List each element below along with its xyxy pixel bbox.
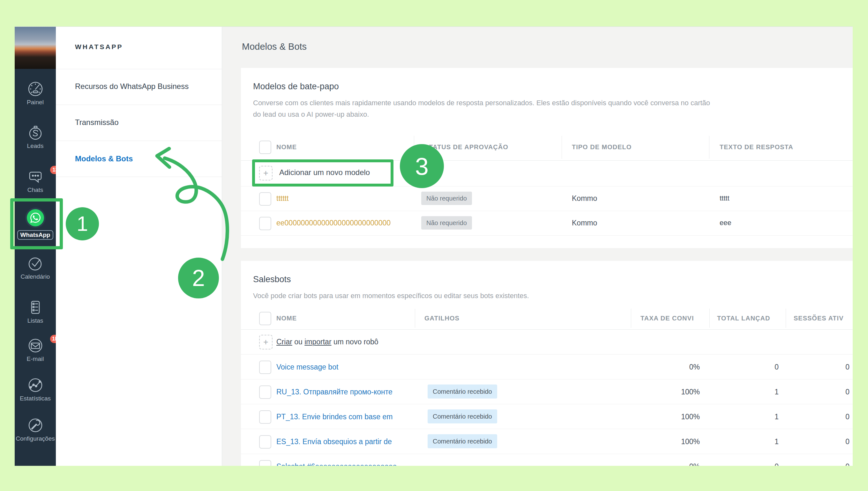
total-launched: 0 <box>709 462 779 466</box>
salesbot-row[interactable]: RU_13. Отправляйте промо-конте Comentári… <box>241 379 853 404</box>
column-header-total-lancado: TOTAL LANÇAD <box>717 315 770 322</box>
total-launched: 1 <box>709 388 779 396</box>
salesbot-row[interactable]: PT_13. Envie brindes com base em Comentá… <box>241 404 853 429</box>
create-bot-text: um novo robô <box>331 338 378 346</box>
lists-clipboard-icon <box>27 299 44 316</box>
template-response: eee <box>720 219 731 227</box>
template-row[interactable]: ee00000000000000000000000000 Não requeri… <box>241 211 853 236</box>
column-header-texto: TEXTO DE RESPOSTA <box>720 143 793 151</box>
active-sessions: 0 <box>786 462 849 466</box>
step-3-marker: 3 <box>400 144 444 188</box>
salesbots-card-description: Você pode criar bots para usar em moment… <box>253 292 529 300</box>
salesbot-name[interactable]: ES_13. Envía obsequios a partir de <box>276 437 415 446</box>
leads-money-icon <box>27 124 44 141</box>
template-name[interactable]: tttttt <box>276 194 289 203</box>
total-launched: 0 <box>709 363 779 371</box>
sidebar-item-chats[interactable]: 13 Chats <box>15 168 56 194</box>
row-checkbox[interactable] <box>259 460 271 466</box>
sidebar-item-email[interactable]: 1K E-mail <box>15 337 56 363</box>
trigger-badge: Comentário recebido <box>428 384 497 399</box>
template-type: Kommo <box>572 219 597 227</box>
sidebar-item-calendario[interactable]: Calendário <box>15 255 56 280</box>
select-all-checkbox[interactable] <box>259 141 271 154</box>
row-checkbox[interactable] <box>259 410 271 424</box>
template-row[interactable]: tttttt Não requerido Kommo ttttt <box>241 186 853 211</box>
column-header-tipo: TIPO DE MODELO <box>572 143 631 151</box>
salesbots-table-header: NOME GATILHOS TAXA DE CONVI TOTAL LANÇAD… <box>241 307 853 330</box>
menu-item-modelos-bots[interactable]: Modelos & Bots <box>75 154 133 163</box>
select-all-checkbox[interactable] <box>259 312 271 325</box>
column-divider <box>786 309 786 328</box>
templates-card-description: do lead ou usa o AI power-up abaixo. <box>253 110 369 119</box>
account-avatar[interactable] <box>15 27 56 69</box>
row-checkbox[interactable] <box>259 192 271 206</box>
step-2-marker: 2 <box>178 258 219 298</box>
create-bot-row[interactable]: + Criar ou importar um novo robô <box>241 329 853 354</box>
row-checkbox[interactable] <box>259 385 271 399</box>
menu-item-recursos[interactable]: Recursos do WhatsApp Business <box>75 82 189 91</box>
import-bot-link[interactable]: importar <box>304 338 331 346</box>
plus-icon: + <box>259 335 273 349</box>
row-checkbox[interactable] <box>259 435 271 449</box>
chats-bubble-icon: 13 <box>27 168 44 185</box>
menu-item-transmissao[interactable]: Transmissão <box>75 118 118 127</box>
active-sessions: 0 <box>786 388 849 396</box>
create-bot-text: ou <box>292 338 304 346</box>
create-bot-link[interactable]: Criar <box>276 338 292 346</box>
templates-card-description: Converse com os clientes mais rapidament… <box>253 99 710 107</box>
conversion-rate: 0% <box>631 462 700 466</box>
step-1-marker: 1 <box>66 207 99 240</box>
divider <box>56 177 222 177</box>
sidebar-item-estatisticas[interactable]: Estatísticas <box>15 377 56 402</box>
sidebar-item-leads[interactable]: Leads <box>15 124 56 149</box>
app-window: Painel Leads 13 Chats <box>15 26 853 466</box>
salesbot-row[interactable]: Salesbot #6eeeeeeeeeeeeeeeeeeee 0% 0 0 <box>241 454 853 466</box>
menu-title: WHATSAPP <box>75 43 123 51</box>
trigger-badge: Comentário recebido <box>428 434 497 448</box>
templates-card: Modelos de bate-papo Converse com os cli… <box>241 68 853 248</box>
approval-status-badge: Não requerido <box>421 192 472 205</box>
sidebar-label: E-mail <box>27 355 44 363</box>
calendar-check-icon <box>27 255 44 272</box>
template-response: ttttt <box>720 194 730 202</box>
stats-chart-icon <box>27 377 44 394</box>
sidebar-item-painel[interactable]: Painel <box>15 81 56 106</box>
template-type: Kommo <box>572 194 597 203</box>
page-title: Modelos & Bots <box>242 41 307 52</box>
column-divider <box>562 136 562 159</box>
divider <box>56 69 222 69</box>
highlight-box-add-template <box>252 160 394 186</box>
row-checkbox[interactable] <box>259 360 271 374</box>
salesbot-name[interactable]: Salesbot #6eeeeeeeeeeeeeeeeeeee <box>276 462 415 466</box>
column-divider <box>631 309 631 328</box>
column-header-taxa-conversao: TAXA DE CONVI <box>641 315 694 322</box>
whatsapp-settings-menu: WHATSAPP Recursos do WhatsApp Business T… <box>56 27 222 466</box>
salesbot-row[interactable]: Voice message bot 0% 0 0 <box>241 354 853 379</box>
conversion-rate: 100% <box>631 437 700 446</box>
divider <box>56 141 222 141</box>
sidebar-label: Painel <box>27 99 44 106</box>
sidebar-item-configuracoes[interactable]: Configurações <box>15 417 56 442</box>
column-header-status: STATUS DE APROVAÇÃO <box>425 143 508 151</box>
approval-status-badge: Não requerido <box>421 216 472 230</box>
total-launched: 1 <box>709 412 779 421</box>
total-launched: 1 <box>709 437 779 446</box>
settings-wrench-icon <box>27 417 44 434</box>
salesbots-card: Salesbots Você pode criar bots para usar… <box>241 261 853 466</box>
sidebar-item-listas[interactable]: Listas <box>15 299 56 324</box>
active-sessions: 0 <box>786 363 849 371</box>
sidebar-label: Leads <box>27 143 44 149</box>
salesbot-row[interactable]: ES_13. Envía obsequios a partir de Comen… <box>241 429 853 454</box>
salesbot-name[interactable]: RU_13. Отправляйте промо-конте <box>276 388 415 396</box>
salesbot-name[interactable]: PT_13. Envie brindes com base em <box>276 412 415 421</box>
templates-card-title: Modelos de bate-papo <box>253 82 339 91</box>
salesbot-name[interactable]: Voice message bot <box>276 363 415 371</box>
sidebar-label: Listas <box>27 317 44 324</box>
template-name[interactable]: ee00000000000000000000000000 <box>276 219 390 227</box>
sidebar-label: Estatísticas <box>20 395 51 402</box>
templates-table-header: NOME STATUS DE APROVAÇÃO TIPO DE MODELO … <box>241 134 853 161</box>
row-checkbox[interactable] <box>259 217 271 230</box>
trigger-badge: Comentário recebido <box>428 409 497 424</box>
active-sessions: 0 <box>786 437 849 446</box>
column-divider <box>709 309 710 328</box>
